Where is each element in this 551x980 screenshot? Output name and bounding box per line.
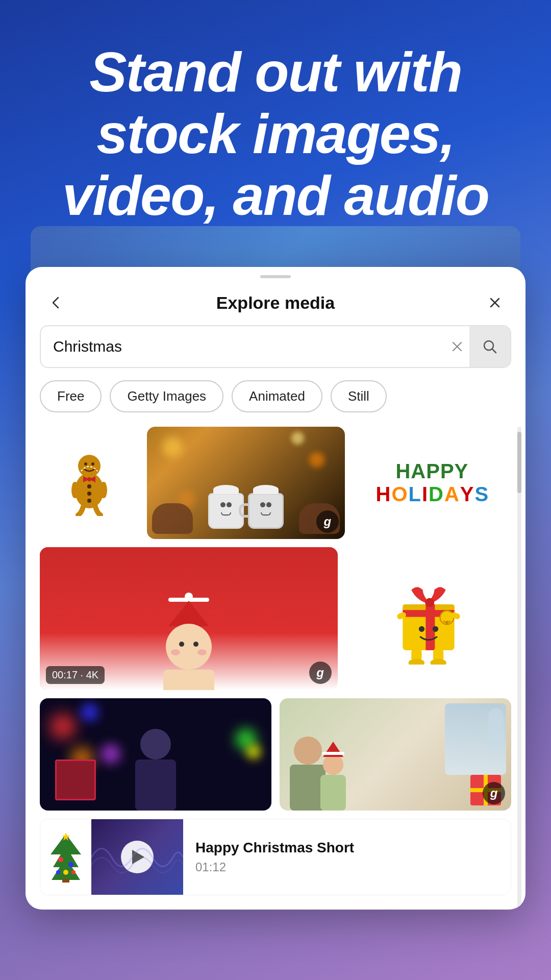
modal-title: Explore media bbox=[216, 293, 335, 313]
svg-point-7 bbox=[87, 492, 91, 496]
svg-point-3 bbox=[84, 462, 87, 465]
svg-point-29 bbox=[56, 870, 60, 874]
filter-row: Free Getty Images Animated Still bbox=[26, 380, 525, 427]
audio-tree-thumbnail bbox=[40, 819, 91, 895]
getty-badge-cocoa: g bbox=[316, 510, 339, 533]
svg-point-4 bbox=[91, 462, 94, 465]
hero-section: Stand out with stock images, video, and … bbox=[0, 0, 551, 257]
media-row-audio: Happy Christmas Short 01:12 bbox=[40, 819, 511, 895]
media-row-3: g bbox=[40, 698, 511, 811]
media-item-baby-santa[interactable]: 00:17 · 4K g bbox=[40, 547, 338, 690]
svg-point-8 bbox=[87, 499, 91, 503]
getty-badge-grandma: g bbox=[483, 782, 505, 804]
media-item-happy-holidays[interactable]: HAPPY HOLIDAYS bbox=[353, 427, 511, 539]
media-row-2: 00:17 · 4K g bbox=[40, 547, 511, 690]
media-item-gingerbread[interactable] bbox=[40, 427, 139, 539]
hero-title: Stand out with stock images, video, and … bbox=[31, 41, 520, 226]
explore-media-modal: Explore media F bbox=[26, 267, 525, 910]
svg-rect-15 bbox=[446, 621, 448, 625]
filter-chip-still[interactable]: Still bbox=[331, 380, 387, 412]
svg-point-27 bbox=[68, 862, 73, 867]
media-item-grandmother[interactable]: g bbox=[280, 698, 511, 811]
audio-info: Happy Christmas Short 01:12 bbox=[183, 819, 511, 895]
search-bar bbox=[40, 325, 511, 368]
audio-play-thumbnail[interactable] bbox=[91, 819, 183, 895]
filter-chip-animated[interactable]: Animated bbox=[232, 380, 322, 412]
audio-title: Happy Christmas Short bbox=[195, 840, 498, 856]
media-grid: g HAPPY HOLIDAYS bbox=[26, 427, 525, 910]
modal-header: Explore media bbox=[26, 278, 525, 325]
close-button[interactable] bbox=[483, 290, 507, 315]
media-item-cocoa-mugs[interactable]: g bbox=[147, 427, 345, 539]
search-button[interactable] bbox=[469, 326, 510, 367]
svg-rect-31 bbox=[62, 879, 69, 883]
modal-wrapper: Explore media F bbox=[0, 267, 551, 910]
media-item-child-lights[interactable] bbox=[40, 698, 271, 811]
media-item-gift[interactable] bbox=[346, 547, 511, 690]
getty-badge-baby: g bbox=[309, 662, 332, 684]
svg-point-5 bbox=[87, 477, 91, 481]
svg-point-23 bbox=[433, 626, 438, 632]
video-duration-badge: 00:17 · 4K bbox=[46, 666, 105, 684]
svg-point-2 bbox=[78, 455, 101, 477]
svg-point-28 bbox=[63, 870, 68, 875]
svg-point-6 bbox=[87, 484, 91, 488]
search-input[interactable] bbox=[41, 328, 445, 365]
svg-point-13 bbox=[425, 598, 434, 607]
svg-point-22 bbox=[419, 626, 424, 632]
filter-chip-free[interactable]: Free bbox=[40, 380, 102, 412]
svg-point-30 bbox=[71, 870, 76, 874]
svg-point-18 bbox=[408, 659, 424, 665]
back-button[interactable] bbox=[44, 290, 68, 315]
search-clear-button[interactable] bbox=[445, 334, 469, 359]
media-row-1: g HAPPY HOLIDAYS bbox=[40, 427, 511, 539]
svg-point-26 bbox=[58, 857, 63, 862]
svg-point-19 bbox=[430, 659, 446, 665]
scrollbar[interactable] bbox=[517, 427, 521, 910]
filter-chip-getty[interactable]: Getty Images bbox=[110, 380, 223, 412]
audio-duration: 01:12 bbox=[195, 860, 498, 874]
